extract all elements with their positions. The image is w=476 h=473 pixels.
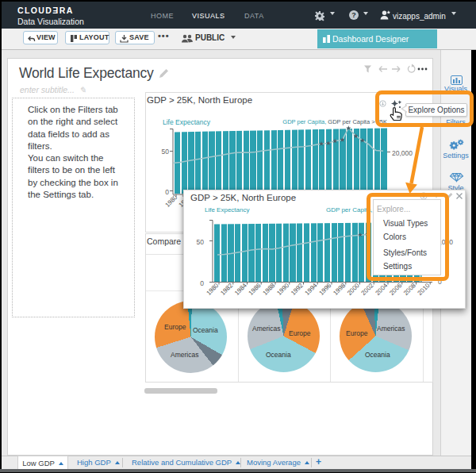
svg-text:1990: 1990 [275,282,290,297]
svg-text:2006: 2006 [388,282,403,297]
svg-text:1998: 1998 [332,282,347,297]
svg-text:2004: 2004 [374,282,389,297]
svg-text:1992: 1992 [290,282,305,297]
svg-text:2002: 2002 [360,282,375,297]
svg-text:1980: 1980 [163,194,178,209]
svg-text:1986: 1986 [248,282,263,297]
svg-text:2000: 2000 [346,282,361,297]
svg-text:2010: 2010 [416,282,432,297]
svg-text:1996: 1996 [317,282,332,297]
svg-text:1980: 1980 [205,282,220,297]
svg-text:1982: 1982 [219,282,234,297]
svg-text:2008: 2008 [402,282,417,297]
svg-text:1988: 1988 [261,282,276,297]
svg-text:1984: 1984 [233,282,248,297]
svg-text:1994: 1994 [304,282,319,297]
